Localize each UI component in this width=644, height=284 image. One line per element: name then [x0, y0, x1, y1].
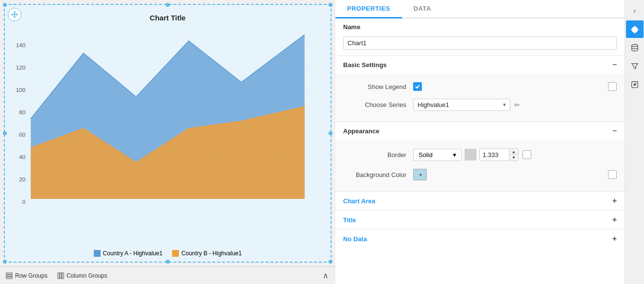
appearance-label: Appearance	[343, 127, 379, 135]
resize-handle-bc[interactable]	[166, 260, 170, 264]
title-label: Title	[343, 216, 356, 224]
svg-text:80: 80	[19, 109, 25, 115]
chart-area-expand-icon: +	[612, 196, 617, 205]
resize-handle-tl[interactable]	[3, 3, 7, 7]
svg-text:60: 60	[19, 132, 25, 138]
chart-area-section[interactable]: Chart Area +	[335, 191, 625, 210]
svg-rect-21	[60, 273, 61, 279]
title-expand-icon: +	[612, 215, 617, 224]
show-legend-row: Show Legend	[343, 78, 617, 95]
bg-color-swatch[interactable]: ▾	[413, 169, 427, 180]
panel-collapse-btn[interactable]: ›	[626, 2, 644, 19]
chart-canvas[interactable]: Chart Title 0 20 40 60 80 100 120 140	[4, 4, 331, 263]
bottom-bar-chevron[interactable]: ∧	[323, 271, 331, 280]
name-label: Name	[335, 18, 625, 33]
show-legend-checkbox[interactable]	[413, 82, 422, 91]
svg-rect-20	[58, 273, 59, 279]
svg-rect-19	[6, 277, 12, 279]
chart-svg-area: 0 20 40 60 80 100 120 140	[5, 24, 331, 246]
resize-handle-mr[interactable]	[329, 131, 332, 135]
border-row: Border Solid ▾ ▲ ▼	[343, 144, 617, 165]
show-legend-label: Show Legend	[343, 83, 406, 90]
bottom-bar: Row Groups Column Groups ∧	[0, 266, 335, 284]
svg-text:100: 100	[16, 87, 26, 93]
bg-color-checkbox[interactable]	[608, 170, 617, 179]
border-width-input[interactable]	[480, 149, 509, 160]
resize-handle-bl[interactable]	[3, 260, 7, 264]
chart-title: Chart Title	[5, 5, 331, 24]
basic-settings-header: Basic Settings −	[335, 55, 625, 73]
tab-data[interactable]: DATA	[402, 0, 443, 18]
border-checkbox[interactable]	[522, 150, 531, 159]
svg-rect-22	[62, 273, 64, 279]
filter-icon-btn[interactable]	[626, 57, 644, 75]
no-data-section[interactable]: No Data +	[335, 229, 625, 248]
border-style-value: Solid	[418, 151, 433, 159]
basic-settings-body: Show Legend Choose Series Highvalue1 ▾	[335, 73, 625, 122]
chart-area-label: Chart Area	[343, 197, 375, 205]
appearance-body: Border Solid ▾ ▲ ▼	[335, 140, 625, 191]
border-color-swatch[interactable]	[465, 149, 476, 160]
border-label: Border	[343, 151, 406, 159]
row-groups-icon	[6, 272, 13, 279]
svg-rect-18	[6, 275, 12, 276]
show-legend-checkbox2[interactable]	[608, 82, 617, 91]
filter-icon	[630, 62, 639, 71]
tab-properties[interactable]: PROPERTIES	[335, 0, 402, 18]
no-data-label: No Data	[343, 235, 367, 243]
move-handle[interactable]	[8, 8, 21, 21]
name-input-wrapper	[335, 33, 625, 55]
svg-text:140: 140	[16, 42, 26, 48]
svg-point-24	[631, 44, 638, 47]
chart-container: Chart Title 0 20 40 60 80 100 120 140	[0, 0, 335, 284]
appearance-icon	[630, 80, 639, 89]
appearance-icon-btn[interactable]	[626, 76, 644, 93]
appearance-collapse[interactable]: −	[612, 127, 617, 135]
no-data-expand-icon: +	[612, 234, 617, 243]
column-groups-label: Column Groups	[67, 272, 107, 279]
border-width-input-wrapper: ▲ ▼	[479, 148, 519, 161]
spinner-up[interactable]: ▲	[509, 149, 518, 155]
basic-settings-collapse[interactable]: −	[612, 61, 617, 69]
row-groups-item[interactable]: Row Groups	[4, 272, 55, 279]
spinner-down[interactable]: ▼	[509, 155, 518, 160]
svg-text:0: 0	[22, 199, 26, 204]
settings-icon	[630, 25, 639, 34]
legend-item-b: Country B - Highvalue1	[172, 250, 242, 257]
database-icon	[630, 43, 639, 52]
properties-panel: PROPERTIES DATA Name Basic Settings − Sh…	[335, 0, 625, 284]
bg-color-row: Background Color ▾	[343, 165, 617, 184]
appearance-header: Appearance −	[335, 122, 625, 140]
spinner-buttons: ▲ ▼	[509, 149, 518, 160]
border-chevron-icon: ▾	[453, 151, 456, 159]
resize-handle-br[interactable]	[329, 260, 332, 264]
resize-handle-tr[interactable]	[329, 3, 332, 7]
checkmark-icon	[415, 84, 420, 89]
choose-series-value: Highvalue1	[418, 101, 449, 108]
legend-item-a: Country A - Highvalue1	[94, 250, 163, 257]
bg-color-label: Background Color	[343, 171, 406, 178]
legend-swatch-b	[172, 250, 179, 257]
column-groups-item[interactable]: Column Groups	[55, 272, 115, 279]
svg-text:20: 20	[19, 177, 25, 182]
legend-label-a: Country A - Highvalue1	[103, 250, 163, 257]
row-groups-label: Row Groups	[15, 272, 48, 279]
settings-icon-btn[interactable]	[626, 20, 644, 38]
resize-handle-ml[interactable]	[3, 131, 7, 135]
chart-svg: 0 20 40 60 80 100 120 140	[10, 24, 326, 204]
edit-series-icon[interactable]: ✏	[514, 101, 520, 109]
tab-bar: PROPERTIES DATA	[335, 0, 625, 18]
legend-label-b: Country B - Highvalue1	[181, 250, 242, 257]
column-groups-icon	[57, 272, 64, 279]
database-icon-btn[interactable]	[626, 39, 644, 56]
choose-series-row: Choose Series Highvalue1 ▾ ✏	[343, 95, 617, 115]
choose-series-label: Choose Series	[343, 101, 406, 108]
border-style-select[interactable]: Solid ▾	[413, 149, 462, 161]
svg-text:120: 120	[16, 65, 26, 71]
svg-text:40: 40	[19, 154, 25, 160]
title-section[interactable]: Title +	[335, 210, 625, 229]
name-input[interactable]	[343, 36, 617, 50]
choose-series-select[interactable]: Highvalue1 ▾	[413, 99, 510, 111]
basic-settings-label: Basic Settings	[343, 61, 387, 69]
resize-handle-tc[interactable]	[166, 3, 170, 7]
